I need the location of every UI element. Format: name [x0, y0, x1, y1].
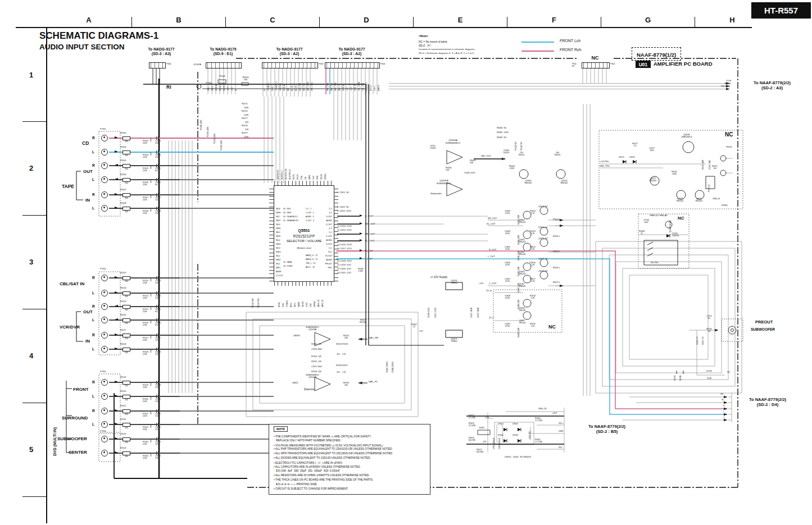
- ic-pin-note: 63 : INR9: [283, 212, 291, 214]
- ic-part: R2S15211FP: [293, 234, 315, 238]
- component-label: R5536 10K: [252, 298, 254, 308]
- component-label: OUT: [83, 169, 93, 174]
- rca-jack-icon: [101, 176, 108, 183]
- ic-pin-top: CIN: [305, 177, 307, 180]
- resistor-value: 330: [125, 309, 128, 311]
- connector-pin-label: VOLH: [374, 86, 376, 91]
- resistor-value: 330: [125, 351, 128, 354]
- resistor-symbol: [123, 409, 130, 413]
- signal-arrow-icon: [115, 451, 118, 454]
- component-label: R5614 NC: [520, 141, 523, 150]
- signal-arrow-icon: [115, 291, 118, 294]
- output-label: SL_OUT: [365, 239, 374, 242]
- component-label: 100 R5620: [555, 152, 561, 156]
- component-label: R5590 10K: [311, 343, 321, 345]
- output-wire: [337, 216, 360, 216]
- note-box-title: NOTE: [274, 426, 288, 432]
- component-label: SEC1H: [724, 83, 731, 85]
- component-label: D9001: [512, 423, 518, 425]
- component-label: R_OUT: [489, 249, 497, 252]
- resistor-symbol: [123, 381, 130, 385]
- channel-label: L: [92, 206, 94, 211]
- component-label: SR: [720, 393, 723, 395]
- component-label: P6991: [722, 204, 728, 207]
- component-label: Q5614 NC: [538, 226, 548, 229]
- wire-segment: [180, 194, 274, 195]
- component-label: TAPE: [62, 184, 74, 189]
- resistor-value: 330: [125, 295, 128, 298]
- component-label: C5707 NC: [706, 315, 712, 319]
- output-wire: [337, 234, 360, 234]
- ic-pin-bottom: INFL2: [294, 303, 297, 307]
- resistor-value: 330: [125, 211, 128, 213]
- wire-segment: [129, 152, 180, 152]
- component-label: P301 NC: [572, 63, 577, 67]
- ic-pin-note: 1-OUT : 2: [306, 212, 314, 214]
- resistor-ref: R5516: [120, 314, 126, 316]
- ic-pin-bottom: BASS_R2: [318, 299, 320, 307]
- output-arrow-icon: [360, 214, 362, 217]
- ic-pin-right: 6-C: [329, 247, 332, 249]
- model-badge: HT-R557: [751, 2, 811, 19]
- component-label: R5594 10K: [311, 355, 321, 358]
- grid-col-tick: [695, 17, 695, 27]
- connector-title: To NADG-9177 (SD-3 : A2): [276, 47, 302, 56]
- signal-arrow-icon: [115, 334, 118, 336]
- component-label: C5603 47/50: [505, 210, 510, 214]
- shunt-label: R5544 220K: [143, 154, 148, 159]
- component-label: DAC_FL: [369, 381, 378, 384]
- resistor-symbol: [123, 164, 130, 168]
- resistor-symbol: [123, 305, 130, 309]
- ic-pin-left: INR6: [276, 227, 280, 230]
- grid-col-tick: [601, 17, 601, 27]
- note-box-line: • ALL DIODES ARE EQUIVALENT TO 1SS133 UN…: [274, 456, 371, 459]
- component-label: NC: [725, 131, 733, 138]
- cap-label: C5522 221J: [155, 427, 161, 431]
- component-label: Downmix: [304, 388, 315, 391]
- resistor-symbol: [123, 437, 130, 441]
- ic-pin-bottom: SWIN2: [298, 302, 301, 307]
- component-label: R6221 150: [712, 165, 718, 170]
- shunt-label: R5555 220K: [143, 309, 148, 313]
- ic-pin-bottom: SBLIN2: [302, 302, 305, 307]
- connector-pin-label: GND_D: [355, 85, 357, 91]
- signal-arrow-icon: [115, 423, 118, 425]
- grid-col-tick: [319, 17, 320, 27]
- component-label: DMIXL: [292, 382, 298, 384]
- signal-arrow-icon: [115, 348, 118, 350]
- grid-row-label: 3: [29, 258, 33, 266]
- output-arrow-icon: [360, 239, 362, 241]
- connector-box: [325, 62, 380, 69]
- note-top-line: SD-Z = Schematic diagrams-Z. X = A to H,…: [419, 52, 474, 55]
- component-label: NC: [548, 324, 556, 330]
- component-label: D5700 1SS133: [672, 232, 679, 237]
- component-label: S1L-: [559, 446, 563, 449]
- component-label: P7904: [100, 268, 106, 270]
- ic-top-pins-hatch: [274, 181, 334, 185]
- connector-pin-label: GND_A: [284, 85, 286, 91]
- component-label: Q5604 RN1441: [519, 239, 526, 244]
- legend-swatch: [521, 51, 554, 52]
- resistor-value: 330: [125, 455, 128, 458]
- component-label: Q6222 RN1402: [696, 198, 702, 202]
- component-label: C9004 1000/35: [499, 437, 501, 449]
- output-label: C_OUT: [365, 214, 373, 217]
- wire-segment: [129, 439, 180, 439]
- component-label: SW_OUT: [481, 155, 491, 158]
- cap-label: C5514 221J: [155, 295, 161, 300]
- connector-pin-label: VOL_DATA: [359, 82, 361, 91]
- channel-label: L: [92, 150, 94, 154]
- shunt-label: R5553 220K: [143, 280, 148, 285]
- component-label: R5614 2.2K: [530, 230, 536, 235]
- component-label: C: [723, 417, 725, 419]
- ic-view: (Bottom view): [297, 246, 311, 249]
- component-label: C5708: [706, 370, 712, 372]
- ic-pin-left: CLOCK: [276, 275, 283, 277]
- component-label: C5591 330U: [311, 366, 322, 368]
- component-label: Q5630A NJM4580M-D: [446, 139, 460, 145]
- connector-title: To NADG-9179 (SD-9 : E1): [210, 47, 236, 56]
- wire-segment: [180, 165, 274, 166]
- resistor-ref: R5514: [120, 287, 126, 289]
- resistor-value: 330: [125, 280, 128, 282]
- ic-pin-left: INR4: [276, 243, 280, 245]
